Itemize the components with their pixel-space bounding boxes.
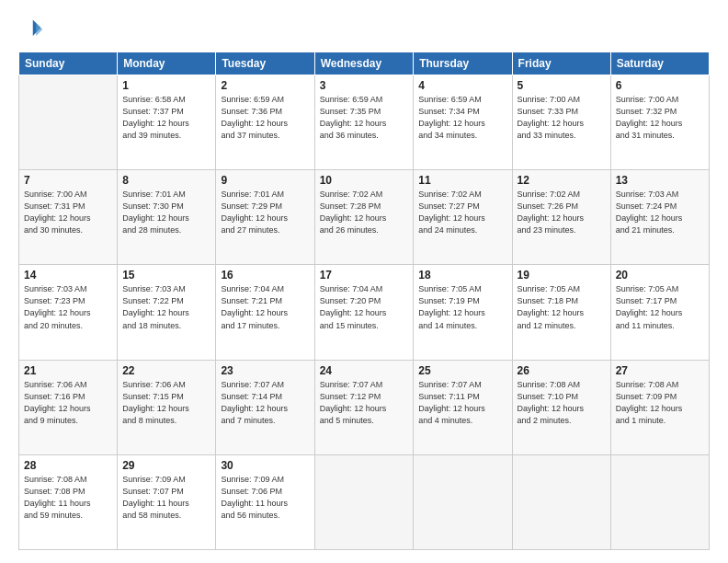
day-info: Sunrise: 6:59 AM Sunset: 7:36 PM Dayligh… <box>221 94 309 142</box>
day-info: Sunrise: 7:07 AM Sunset: 7:14 PM Dayligh… <box>221 379 309 427</box>
day-info: Sunrise: 7:07 AM Sunset: 7:11 PM Dayligh… <box>418 379 506 427</box>
day-info: Sunrise: 7:08 AM Sunset: 7:08 PM Dayligh… <box>24 474 112 522</box>
day-number: 24 <box>320 364 409 377</box>
day-number: 17 <box>320 269 409 282</box>
day-number: 3 <box>320 79 409 92</box>
calendar-cell: 19Sunrise: 7:05 AM Sunset: 7:18 PM Dayli… <box>512 265 610 360</box>
day-number: 14 <box>24 269 112 282</box>
header <box>18 17 710 42</box>
day-number: 4 <box>418 79 506 92</box>
day-info: Sunrise: 7:02 AM Sunset: 7:27 PM Dayligh… <box>418 189 506 236</box>
day-number: 25 <box>418 364 506 377</box>
day-number: 19 <box>518 269 606 282</box>
calendar-cell: 29Sunrise: 7:09 AM Sunset: 7:07 PM Dayli… <box>118 454 216 549</box>
day-number: 11 <box>418 174 506 187</box>
calendar-cell: 24Sunrise: 7:07 AM Sunset: 7:12 PM Dayli… <box>314 360 414 454</box>
day-number: 15 <box>122 269 210 282</box>
day-number: 12 <box>518 174 606 187</box>
weekday-header: Sunday <box>19 52 118 75</box>
day-info: Sunrise: 7:07 AM Sunset: 7:12 PM Dayligh… <box>320 379 409 427</box>
calendar-cell: 8Sunrise: 7:01 AM Sunset: 7:30 PM Daylig… <box>118 170 216 265</box>
calendar-cell: 9Sunrise: 7:01 AM Sunset: 7:29 PM Daylig… <box>216 170 314 265</box>
calendar-cell: 11Sunrise: 7:02 AM Sunset: 7:27 PM Dayli… <box>414 170 512 265</box>
day-info: Sunrise: 7:04 AM Sunset: 7:21 PM Dayligh… <box>221 283 309 331</box>
calendar-cell: 14Sunrise: 7:03 AM Sunset: 7:23 PM Dayli… <box>19 265 118 360</box>
day-number: 9 <box>221 174 309 187</box>
calendar-week-row: 14Sunrise: 7:03 AM Sunset: 7:23 PM Dayli… <box>19 265 710 360</box>
calendar-cell: 7Sunrise: 7:00 AM Sunset: 7:31 PM Daylig… <box>19 170 118 265</box>
calendar-cell: 10Sunrise: 7:02 AM Sunset: 7:28 PM Dayli… <box>314 170 414 265</box>
day-number: 27 <box>616 364 704 377</box>
calendar-cell: 15Sunrise: 7:03 AM Sunset: 7:22 PM Dayli… <box>118 265 216 360</box>
day-number: 2 <box>221 79 309 92</box>
logo <box>18 17 48 42</box>
day-number: 29 <box>122 459 210 472</box>
day-info: Sunrise: 7:06 AM Sunset: 7:16 PM Dayligh… <box>24 379 112 427</box>
day-info: Sunrise: 7:03 AM Sunset: 7:24 PM Dayligh… <box>616 189 704 236</box>
day-info: Sunrise: 6:58 AM Sunset: 7:37 PM Dayligh… <box>122 94 210 142</box>
calendar-cell: 20Sunrise: 7:05 AM Sunset: 7:17 PM Dayli… <box>610 265 709 360</box>
day-info: Sunrise: 7:02 AM Sunset: 7:28 PM Dayligh… <box>320 189 409 236</box>
day-number: 13 <box>616 174 704 187</box>
calendar-cell: 26Sunrise: 7:08 AM Sunset: 7:10 PM Dayli… <box>512 360 610 454</box>
day-number: 5 <box>518 79 606 92</box>
calendar-table: SundayMondayTuesdayWednesdayThursdayFrid… <box>18 52 710 550</box>
calendar-cell: 23Sunrise: 7:07 AM Sunset: 7:14 PM Dayli… <box>216 360 314 454</box>
weekday-header: Saturday <box>610 52 709 75</box>
day-number: 18 <box>418 269 506 282</box>
day-info: Sunrise: 7:05 AM Sunset: 7:17 PM Dayligh… <box>616 283 704 331</box>
calendar-cell: 5Sunrise: 7:00 AM Sunset: 7:33 PM Daylig… <box>512 75 610 170</box>
logo-icon <box>18 17 44 42</box>
day-info: Sunrise: 7:03 AM Sunset: 7:22 PM Dayligh… <box>122 283 210 331</box>
day-number: 6 <box>616 79 704 92</box>
day-number: 10 <box>320 174 409 187</box>
day-info: Sunrise: 7:02 AM Sunset: 7:26 PM Dayligh… <box>518 189 606 236</box>
day-number: 26 <box>518 364 606 377</box>
calendar-cell: 28Sunrise: 7:08 AM Sunset: 7:08 PM Dayli… <box>19 454 118 549</box>
calendar-cell <box>19 75 118 170</box>
calendar-cell <box>610 454 709 549</box>
day-number: 21 <box>24 364 112 377</box>
calendar-cell: 30Sunrise: 7:09 AM Sunset: 7:06 PM Dayli… <box>216 454 314 549</box>
day-info: Sunrise: 7:08 AM Sunset: 7:10 PM Dayligh… <box>518 379 606 427</box>
day-info: Sunrise: 7:09 AM Sunset: 7:06 PM Dayligh… <box>221 474 309 522</box>
calendar-week-row: 21Sunrise: 7:06 AM Sunset: 7:16 PM Dayli… <box>19 360 710 454</box>
weekday-header: Tuesday <box>216 52 314 75</box>
day-info: Sunrise: 7:03 AM Sunset: 7:23 PM Dayligh… <box>24 283 112 331</box>
calendar-cell: 6Sunrise: 7:00 AM Sunset: 7:32 PM Daylig… <box>610 75 709 170</box>
page: SundayMondayTuesdayWednesdayThursdayFrid… <box>0 0 728 563</box>
calendar-cell: 3Sunrise: 6:59 AM Sunset: 7:35 PM Daylig… <box>314 75 414 170</box>
day-info: Sunrise: 6:59 AM Sunset: 7:34 PM Dayligh… <box>418 94 506 142</box>
day-number: 28 <box>24 459 112 472</box>
calendar-cell: 17Sunrise: 7:04 AM Sunset: 7:20 PM Dayli… <box>314 265 414 360</box>
weekday-header: Monday <box>118 52 216 75</box>
day-info: Sunrise: 7:01 AM Sunset: 7:29 PM Dayligh… <box>221 189 309 236</box>
weekday-header: Wednesday <box>314 52 414 75</box>
weekday-header-row: SundayMondayTuesdayWednesdayThursdayFrid… <box>19 52 710 75</box>
day-number: 22 <box>122 364 210 377</box>
day-info: Sunrise: 7:04 AM Sunset: 7:20 PM Dayligh… <box>320 283 409 331</box>
day-info: Sunrise: 7:09 AM Sunset: 7:07 PM Dayligh… <box>122 474 210 522</box>
calendar-cell: 4Sunrise: 6:59 AM Sunset: 7:34 PM Daylig… <box>414 75 512 170</box>
calendar-cell: 16Sunrise: 7:04 AM Sunset: 7:21 PM Dayli… <box>216 265 314 360</box>
day-number: 16 <box>221 269 309 282</box>
day-info: Sunrise: 7:00 AM Sunset: 7:33 PM Dayligh… <box>518 94 606 142</box>
weekday-header: Friday <box>512 52 610 75</box>
day-info: Sunrise: 7:08 AM Sunset: 7:09 PM Dayligh… <box>616 379 704 427</box>
day-number: 1 <box>122 79 210 92</box>
calendar-cell: 13Sunrise: 7:03 AM Sunset: 7:24 PM Dayli… <box>610 170 709 265</box>
day-number: 30 <box>221 459 309 472</box>
calendar-cell: 22Sunrise: 7:06 AM Sunset: 7:15 PM Dayli… <box>118 360 216 454</box>
day-info: Sunrise: 7:05 AM Sunset: 7:18 PM Dayligh… <box>518 283 606 331</box>
calendar-cell <box>414 454 512 549</box>
calendar-cell: 25Sunrise: 7:07 AM Sunset: 7:11 PM Dayli… <box>414 360 512 454</box>
calendar-cell: 1Sunrise: 6:58 AM Sunset: 7:37 PM Daylig… <box>118 75 216 170</box>
weekday-header: Thursday <box>414 52 512 75</box>
day-number: 7 <box>24 174 112 187</box>
calendar-week-row: 7Sunrise: 7:00 AM Sunset: 7:31 PM Daylig… <box>19 170 710 265</box>
calendar-cell: 27Sunrise: 7:08 AM Sunset: 7:09 PM Dayli… <box>610 360 709 454</box>
day-info: Sunrise: 7:05 AM Sunset: 7:19 PM Dayligh… <box>418 283 506 331</box>
calendar-week-row: 1Sunrise: 6:58 AM Sunset: 7:37 PM Daylig… <box>19 75 710 170</box>
calendar-cell: 12Sunrise: 7:02 AM Sunset: 7:26 PM Dayli… <box>512 170 610 265</box>
day-info: Sunrise: 7:01 AM Sunset: 7:30 PM Dayligh… <box>122 189 210 236</box>
